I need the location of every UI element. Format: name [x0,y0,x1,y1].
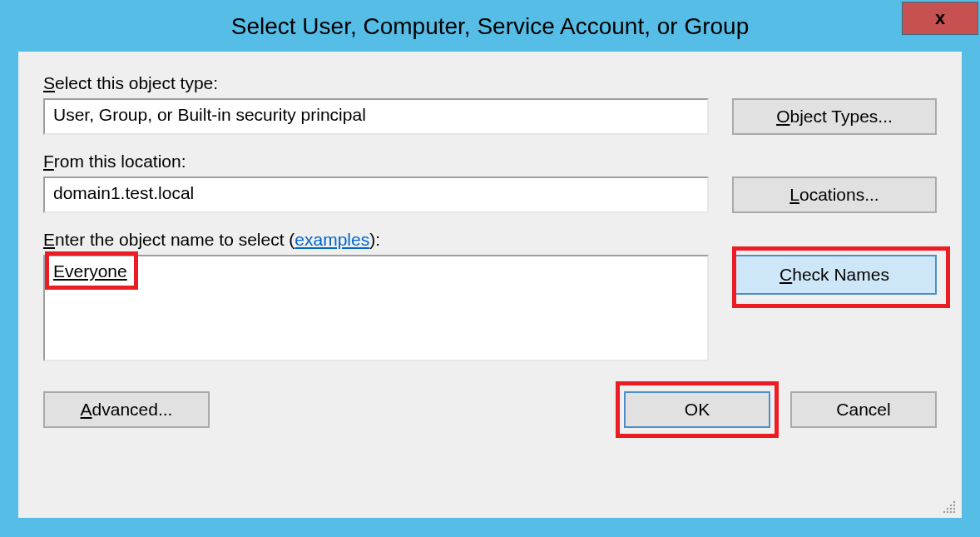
svg-point-8 [950,511,952,513]
resize-grip-icon[interactable] [942,500,957,515]
svg-point-3 [947,508,948,510]
check-names-button[interactable]: Check Names [732,255,937,295]
object-type-field: User, Group, or Built-in security princi… [43,98,709,135]
label-rest: rom this location: [54,152,186,171]
svg-point-2 [953,505,955,506]
dialog-content: Select this object type: User, Group, or… [18,52,962,518]
titlebar: Select User, Computer, Service Account, … [2,2,978,52]
btn-accel: O [776,107,789,126]
close-button[interactable]: x [902,2,978,35]
window-title: Select User, Computer, Service Account, … [231,13,750,40]
cancel-label: Cancel [836,400,890,420]
object-type-label: Select this object type: [43,73,937,93]
btn-accel: L [789,185,799,204]
entered-object-name: Everyone [53,261,127,281]
object-name-input[interactable]: Everyone [43,255,709,361]
btn-accel: A [81,400,92,419]
btn-rest: bject Types... [789,107,892,126]
ok-button[interactable]: OK [624,391,770,428]
svg-point-9 [953,511,955,513]
btn-accel: C [780,265,792,284]
dialog-footer: Advanced... OK Cancel [43,391,937,428]
object-types-button[interactable]: Object Types... [732,98,937,135]
label-accel: F [43,152,54,171]
object-type-group: Select this object type: User, Group, or… [43,73,937,135]
examples-link[interactable]: examples [294,230,369,249]
btn-rest: heck Names [792,265,889,284]
dialog-window: Select User, Computer, Service Account, … [0,0,980,537]
svg-point-6 [943,511,945,513]
paren-close: ): [369,230,380,249]
label-rest: nter the object name to select [55,230,289,249]
object-name-group: Enter the object name to select (example… [43,230,937,361]
cancel-button[interactable]: Cancel [790,391,937,428]
label-rest: elect this object type: [55,73,218,92]
locations-button[interactable]: Locations... [732,177,937,213]
advanced-button[interactable]: Advanced... [43,391,210,428]
svg-point-1 [950,505,952,506]
label-accel: E [43,230,55,249]
btn-rest: dvanced... [92,400,173,419]
btn-rest: ocations... [799,185,879,204]
svg-point-4 [950,508,952,510]
svg-point-5 [953,508,955,510]
object-name-label: Enter the object name to select (example… [43,230,937,250]
location-label: From this location: [43,152,937,172]
location-field: domain1.test.local [43,177,709,213]
svg-point-0 [953,501,955,503]
close-icon: x [935,9,945,27]
label-accel: S [43,73,55,92]
svg-point-7 [947,511,948,513]
ok-label: OK [685,400,710,420]
location-group: From this location: domain1.test.local L… [43,152,937,213]
